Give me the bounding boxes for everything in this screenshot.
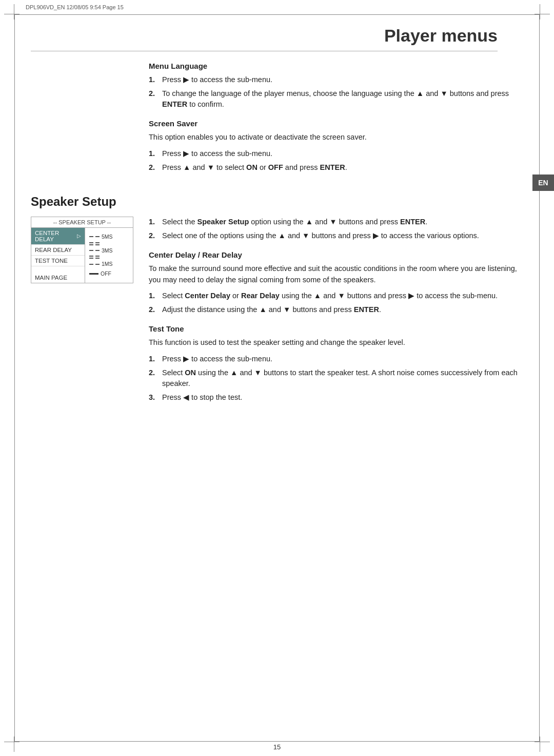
center-delay-steps: 1. Select Center Delay or Rear Delay usi… (149, 290, 523, 315)
step-text: Select ON using the ▲ and ▼ buttons to s… (162, 367, 523, 389)
cd-step1-bold1: Center Delay (185, 292, 230, 300)
test-tone-description: This function is used to test the speake… (149, 337, 523, 348)
step-text: Press ▶ to access the sub-menu. (162, 148, 272, 159)
dash (89, 256, 93, 257)
step-num: 1. (149, 148, 158, 159)
label-off: OFF (101, 269, 111, 278)
menu-language-step2: 2. To change the language of the player … (149, 88, 523, 110)
step2-mid: or (258, 163, 268, 171)
step-num: 2. (149, 367, 158, 389)
step2-on: ON (246, 163, 258, 171)
step2-prefix: Press ▲ and ▼ to select (162, 163, 246, 171)
step-num: 2. (149, 304, 158, 315)
cd-step1-mid: or (230, 292, 241, 300)
menu-language-steps: 1. Press ▶ to access the sub-menu. 2. To… (149, 74, 523, 110)
tt-step2-suffix: using the ▲ and ▼ buttons to start the s… (162, 369, 518, 387)
step-num: 1. (149, 217, 158, 227)
header-meta: DPL906VD_EN 12/08/05 9:54 Page 15 (26, 4, 124, 10)
menu-item-test-tone: TEST TONE (31, 256, 85, 266)
label-5ms: 5MS (102, 232, 113, 241)
diagram-title: -- SPEAKER SETUP -- (31, 217, 133, 228)
page-title: Player menus (31, 26, 498, 51)
step-num: 1. (149, 354, 158, 364)
value-row-blank1 (89, 242, 129, 243)
step2-enter: ENTER (320, 163, 345, 171)
cd-step1-bold2: Rear Delay (241, 292, 280, 300)
value-row-blank3 (89, 256, 129, 257)
step1-enter: ENTER (400, 218, 425, 226)
menu-diagram: -- SPEAKER SETUP -- CENTER DELAY REAR DE… (31, 217, 133, 283)
dash (89, 264, 93, 265)
value-row-3ms: 3MS (89, 246, 129, 255)
center-delay-step1: 1. Select Center Delay or Rear Delay usi… (149, 290, 523, 301)
menu-spacer (31, 266, 85, 270)
crosshair-top-left (7, 7, 22, 22)
speaker-setup-step1: 1. Select the Speaker Setup option using… (149, 217, 523, 227)
step1-suffix: option using the ▲ and ▼ buttons and pre… (249, 218, 400, 226)
dash (89, 258, 93, 259)
dash (95, 244, 100, 245)
menu-item-center-delay: CENTER DELAY (31, 228, 85, 245)
crosshair-bottom-right (532, 734, 547, 749)
step2-suffix: to confirm. (187, 100, 224, 108)
speaker-setup-section: Speaker Setup -- SPEAKER SETUP -- CENTER… (31, 195, 523, 409)
crosshair-top-right (532, 7, 547, 22)
screen-saver-step2: 2. Press ▲ and ▼ to select ON or OFF and… (149, 162, 523, 173)
step-num: 2. (149, 230, 158, 241)
top-section: Menu Language 1. Press ▶ to access the s… (31, 62, 523, 179)
crosshair-bottom-left (7, 734, 22, 749)
dash (89, 242, 93, 243)
border-top (14, 14, 540, 15)
test-tone-step3: 3. Press ◀ to stop the test. (149, 392, 523, 403)
step-num: 3. (149, 392, 158, 403)
speaker-setup-main-steps: 1. Select the Speaker Setup option using… (149, 217, 523, 241)
step-text: Select Center Delay or Rear Delay using … (162, 290, 498, 301)
menu-values: 5MS 3 (85, 228, 133, 283)
dash (95, 242, 100, 243)
menu-item-rear-delay: REAR DELAY (31, 245, 85, 256)
step-num: 1. (149, 74, 158, 85)
border-right (539, 14, 540, 742)
thick-bar (89, 273, 98, 275)
dash (95, 256, 100, 257)
border-bottom (14, 741, 540, 742)
step-text: Press ▶ to access the sub-menu. (162, 74, 272, 85)
value-row-1ms: 1MS (89, 260, 129, 268)
step2-and-press: and press (283, 163, 320, 171)
cd-step2-enter: ENTER (354, 305, 379, 314)
page-number: 15 (273, 743, 281, 751)
cd-step2-prefix: Adjust the distance using the ▲ and ▼ bu… (162, 305, 354, 314)
border-left (14, 14, 15, 742)
cd-step1-prefix: Select (162, 292, 185, 300)
speaker-setup-title: Speaker Setup (31, 195, 523, 209)
test-tone-step1: 1. Press ▶ to access the sub-menu. (149, 354, 523, 364)
step-text: Press ▶ to access the sub-menu. (162, 354, 272, 364)
step-text: Press ▲ and ▼ to select ON or OFF and pr… (162, 162, 347, 173)
cd-step1-suffix: using the ▲ and ▼ buttons and press ▶ to… (280, 292, 498, 300)
step-text: Adjust the distance using the ▲ and ▼ bu… (162, 304, 381, 315)
dash (95, 250, 100, 251)
tt-step2-prefix: Select (162, 369, 185, 377)
dash (89, 250, 93, 251)
speaker-setup-instructions: 1. Select the Speaker Setup option using… (149, 217, 523, 409)
step-text: To change the language of the player men… (162, 88, 523, 110)
step1-bold: Speaker Setup (197, 218, 249, 226)
center-delay-step2: 2. Adjust the distance using the ▲ and ▼… (149, 304, 523, 315)
right-column: Menu Language 1. Press ▶ to access the s… (149, 62, 523, 179)
dash (95, 258, 100, 259)
center-delay-heading: Center Delay / Rear Delay (149, 250, 523, 259)
step2-text-prefix: To change the language of the player men… (162, 89, 509, 98)
menu-item-main-page: MAIN PAGE (31, 273, 85, 283)
value-row-5ms: 5MS (89, 232, 129, 241)
step1-prefix: Select the (162, 218, 197, 226)
step2-off: OFF (268, 163, 283, 171)
language-tab: EN (532, 175, 554, 191)
menu-language-heading: Menu Language (149, 62, 523, 70)
step-num: 2. (149, 162, 158, 173)
left-column (31, 62, 133, 179)
step2-end: . (345, 163, 347, 171)
test-tone-step2: 2. Select ON using the ▲ and ▼ buttons t… (149, 367, 523, 389)
center-delay-description: To make the surround sound more effectiv… (149, 263, 523, 286)
screen-saver-description: This option enables you to activate or d… (149, 132, 523, 143)
tt-step2-on: ON (185, 369, 196, 377)
